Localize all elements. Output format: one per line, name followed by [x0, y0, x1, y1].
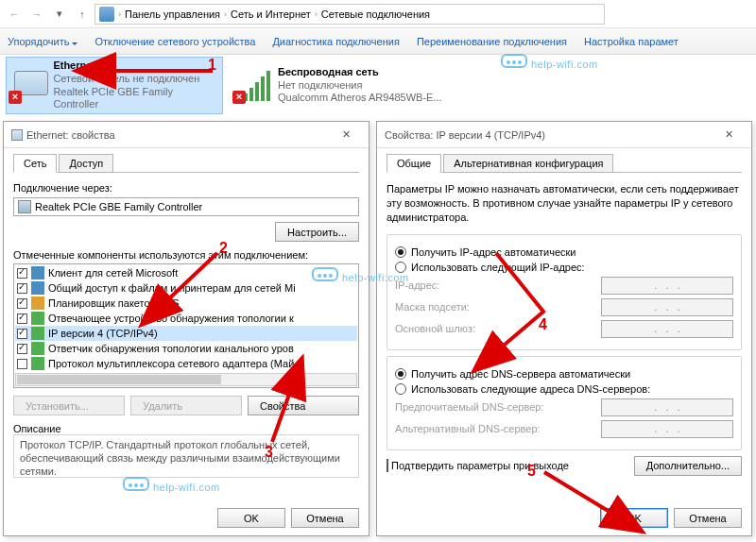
control-panel-icon: [99, 7, 114, 22]
ok-button[interactable]: OK: [217, 508, 285, 528]
watermark: help-wifi.com: [123, 470, 220, 497]
confirm-checkbox[interactable]: [387, 459, 388, 472]
up-button[interactable]: ↑: [72, 4, 93, 25]
cancel-button[interactable]: Отмена: [674, 508, 742, 528]
disable-device[interactable]: Отключение сетевого устройства: [94, 36, 255, 47]
intro-text: Параметры IP можно назначать автоматичес…: [387, 182, 742, 225]
adapter-status: Сетевой кабель не подключен: [53, 73, 199, 84]
explorer-nav: ← → ▾ ↑ › Панель управления › Сеть и Инт…: [0, 0, 756, 28]
dialog-title: Ethernet: свойства: [26, 129, 115, 141]
rename[interactable]: Переименование подключения: [417, 36, 567, 47]
adapter-list: × Ethernet Сетевой кабель не подключен R…: [0, 55, 756, 116]
tab-general[interactable]: Общие: [387, 154, 441, 173]
adapter-device: Realtek PCIe GBE Family Controller: [53, 86, 173, 110]
breadcrumb-part[interactable]: Сетевые подключения: [321, 8, 430, 20]
list-item-ipv4: IP версии 4 (TCP/IPv4): [15, 326, 357, 341]
ethernet-icon: ×: [10, 69, 49, 103]
properties-button[interactable]: Свойства: [248, 396, 359, 415]
description-label: Описание: [13, 423, 359, 434]
breadcrumb-part[interactable]: Сеть и Интернет: [231, 8, 311, 20]
components-label: Отмеченные компоненты используются этим …: [13, 249, 359, 261]
connect-via-label: Подключение через:: [13, 182, 359, 194]
components-list[interactable]: Клиент для сетей Microsoft Общий доступ …: [13, 263, 359, 388]
breadcrumb-part[interactable]: Панель управления: [125, 8, 220, 20]
adapter-device: Qualcomm Atheros AR9485WB-E...: [278, 92, 442, 103]
ip-field: . . .: [601, 277, 733, 295]
diagnose[interactable]: Диагностика подключения: [272, 36, 399, 47]
tab-alt-config[interactable]: Альтернативная конфигурация: [443, 154, 613, 173]
recent-button[interactable]: ▾: [49, 4, 70, 25]
watermark: help-wifi.com: [501, 47, 598, 74]
adapter-field: Realtek PCIe GBE Family Controller: [35, 201, 202, 212]
remove-button: Удалить: [130, 396, 242, 415]
radio-auto-dns[interactable]: [395, 368, 406, 380]
radio-manual-dns[interactable]: [395, 383, 406, 395]
ipv4-properties-dialog: Свойства: IP версии 4 (TCP/IPv4) ✕ Общие…: [376, 121, 752, 536]
close-icon[interactable]: ✕: [713, 128, 744, 141]
adapter-name: Ethernet: [53, 59, 95, 71]
breadcrumb[interactable]: › Панель управления › Сеть и Интернет › …: [94, 4, 605, 25]
close-icon[interactable]: ✕: [331, 128, 361, 141]
gateway-field: . . .: [601, 320, 733, 338]
advanced-button[interactable]: Дополнительно...: [634, 456, 742, 476]
mask-field: . . .: [601, 298, 733, 316]
cancel-button[interactable]: Отмена: [291, 508, 359, 528]
forward-button: →: [26, 4, 47, 25]
ok-button[interactable]: OK: [600, 508, 668, 528]
toolbar: Упорядочить Отключение сетевого устройст…: [0, 28, 756, 55]
back-button[interactable]: ←: [4, 4, 25, 25]
organize-menu[interactable]: Упорядочить: [8, 36, 77, 47]
adapter-ethernet[interactable]: × Ethernet Сетевой кабель не подключен R…: [6, 57, 223, 114]
configure-button[interactable]: Настроить...: [275, 222, 359, 242]
dns2-field: . . .: [601, 420, 733, 438]
install-button: Установить...: [13, 396, 125, 415]
nic-icon: [18, 200, 31, 213]
tab-network[interactable]: Сеть: [13, 154, 57, 173]
dialog-title: Свойства: IP версии 4 (TCP/IPv4): [385, 129, 545, 141]
radio-auto-ip[interactable]: [395, 246, 406, 258]
horizontal-scrollbar[interactable]: [15, 373, 357, 386]
adapter-wifi[interactable]: × Беспроводная сеть Нет подключения Qual…: [231, 57, 448, 114]
settings[interactable]: Настройка парамет: [584, 36, 679, 47]
adapter-status: Нет подключения: [278, 79, 362, 91]
adapter-name: Беспроводная сеть: [278, 66, 379, 77]
watermark: help-wifi.com: [312, 261, 409, 287]
tab-access[interactable]: Доступ: [59, 154, 113, 173]
dns1-field: . . .: [601, 398, 733, 416]
